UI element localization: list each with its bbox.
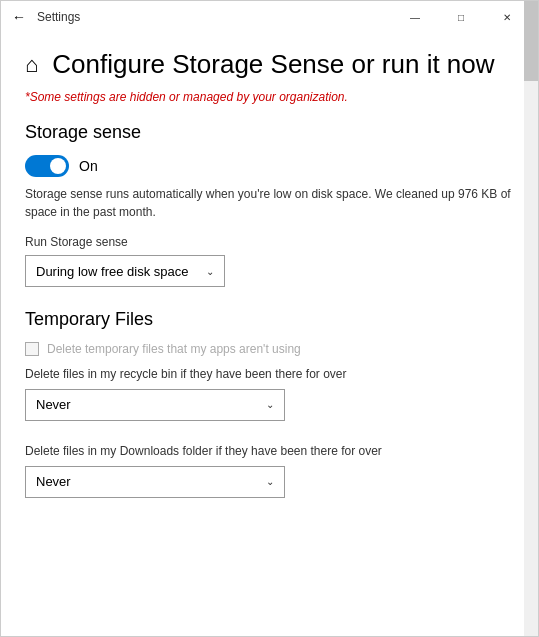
toggle-thumb [50,158,66,174]
toggle-label: On [79,158,98,174]
minimize-button[interactable]: — [392,1,438,33]
page-title: Configure Storage Sense or run it now [52,49,494,80]
home-icon: ⌂ [25,52,38,78]
window-controls: — □ ✕ [392,1,530,33]
delete-temp-files-label: Delete temporary files that my apps aren… [47,342,301,356]
temporary-files-title: Temporary Files [25,309,514,330]
page-content: ⌂ Configure Storage Sense or run it now … [1,33,538,636]
downloads-value: Never [36,474,71,489]
storage-sense-title: Storage sense [25,122,514,143]
toggle-row: On [25,155,514,177]
storage-sense-toggle[interactable] [25,155,69,177]
back-button[interactable]: ← [9,7,29,27]
recycle-bin-value: Never [36,397,71,412]
recycle-bin-dropdown[interactable]: Never ⌄ [25,389,285,421]
storage-sense-description: Storage sense runs automatically when yo… [25,185,514,221]
chevron-down-icon: ⌄ [206,266,214,277]
downloads-dropdown[interactable]: Never ⌄ [25,466,285,498]
run-storage-sense-dropdown[interactable]: During low free disk space ⌄ [25,255,225,287]
org-warning: *Some settings are hidden or managed by … [25,90,514,104]
downloads-label: Delete files in my Downloads folder if t… [25,443,514,460]
chevron-down-icon-2: ⌄ [266,399,274,410]
run-dropdown-value: During low free disk space [36,264,188,279]
chevron-down-icon-3: ⌄ [266,476,274,487]
recycle-bin-label: Delete files in my recycle bin if they h… [25,366,514,383]
run-storage-sense-label: Run Storage sense [25,235,514,249]
page-header: ⌂ Configure Storage Sense or run it now [25,33,514,90]
window-title: Settings [37,10,392,24]
maximize-button[interactable]: □ [438,1,484,33]
delete-temp-files-checkbox[interactable] [25,342,39,356]
spacer [25,427,514,443]
settings-window: ← Settings — □ ✕ ⌂ Configure Storage Sen… [0,0,539,637]
title-bar: ← Settings — □ ✕ [1,1,538,33]
delete-temp-files-row: Delete temporary files that my apps aren… [25,342,514,356]
